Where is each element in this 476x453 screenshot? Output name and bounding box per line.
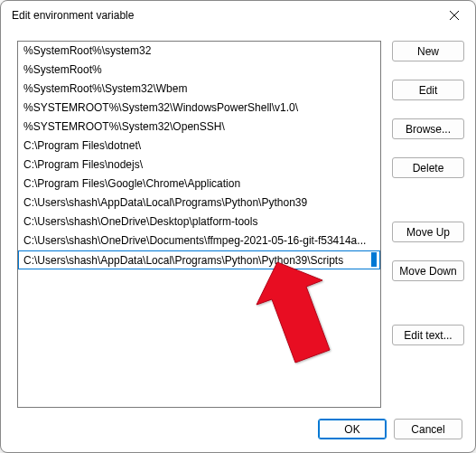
path-item[interactable]: C:\Users\shash\OneDrive\Desktop\platform… <box>18 212 380 231</box>
path-listbox[interactable]: %SystemRoot%\system32%SystemRoot%%System… <box>17 41 381 408</box>
browse-button[interactable]: Browse... <box>392 118 464 139</box>
path-item[interactable]: %SystemRoot%\system32 <box>18 42 380 61</box>
dialog-title: Edit environment variable <box>12 9 134 22</box>
path-edit-input[interactable] <box>18 250 380 269</box>
edit-environment-variable-dialog: Edit environment variable %SystemRoot%\s… <box>0 0 476 453</box>
edit-text-button[interactable]: Edit text... <box>392 325 464 345</box>
close-icon <box>450 11 459 20</box>
path-item[interactable]: C:\Program Files\dotnet\ <box>18 137 380 156</box>
button-column: New Edit Browse... Delete Move Up Move D… <box>392 41 464 408</box>
ok-button[interactable]: OK <box>318 419 387 439</box>
edit-button[interactable]: Edit <box>392 80 464 100</box>
move-up-button[interactable]: Move Up <box>392 222 464 242</box>
path-item[interactable]: %SystemRoot%\System32\Wbem <box>18 80 380 99</box>
path-item[interactable]: %SystemRoot% <box>18 61 380 80</box>
path-item[interactable]: C:\Program Files\Google\Chrome\Applicati… <box>18 175 380 193</box>
dialog-body: %SystemRoot%\system32%SystemRoot%%System… <box>1 30 475 408</box>
dialog-footer: OK Cancel <box>1 408 475 453</box>
path-item[interactable]: %SYSTEMROOT%\System32\WindowsPowerShell\… <box>18 99 380 118</box>
cancel-button[interactable]: Cancel <box>394 419 462 439</box>
path-item[interactable]: C:\Users\shash\OneDrive\Documents\ffmpeg… <box>18 231 380 250</box>
text-cursor <box>371 252 377 267</box>
path-item[interactable]: %SYSTEMROOT%\System32\OpenSSH\ <box>18 118 380 137</box>
path-item[interactable]: C:\Users\shash\AppData\Local\Programs\Py… <box>18 193 380 212</box>
path-item-editing[interactable] <box>18 250 380 269</box>
new-button[interactable]: New <box>392 41 464 61</box>
titlebar: Edit environment variable <box>1 1 475 30</box>
close-button[interactable] <box>434 1 475 30</box>
delete-button[interactable]: Delete <box>392 157 464 178</box>
path-item[interactable]: C:\Program Files\nodejs\ <box>18 156 380 175</box>
move-down-button[interactable]: Move Down <box>392 260 464 281</box>
